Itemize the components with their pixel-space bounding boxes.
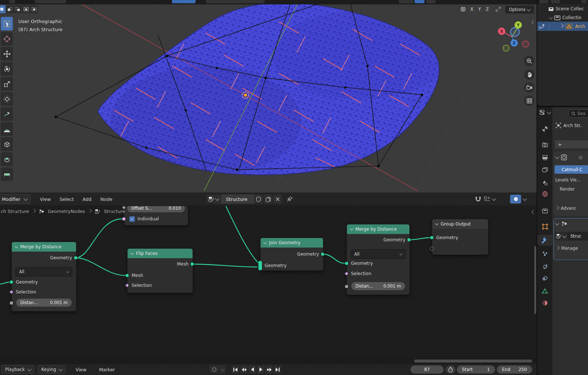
tab-particles[interactable] <box>537 248 552 259</box>
pin-icon[interactable] <box>287 196 293 202</box>
node-tree-type-button[interactable] <box>206 194 221 204</box>
tool-inset[interactable] <box>1 167 13 181</box>
manage-expand-icon[interactable] <box>555 246 559 250</box>
overlays-toggle[interactable] <box>510 195 521 203</box>
node-join-geometry[interactable]: Join Geometry Geometry Geometry <box>260 238 323 271</box>
node-tree-selector-button[interactable] <box>555 232 567 241</box>
socket-individual-input[interactable] <box>122 217 126 221</box>
menu-view[interactable]: View <box>36 196 55 202</box>
select-invert-button[interactable] <box>22 5 30 13</box>
tab-object-data[interactable] <box>537 285 552 296</box>
merge-mode-dropdown[interactable]: All <box>351 249 406 259</box>
menu-view-timeline[interactable]: View <box>71 367 91 372</box>
tab-world[interactable] <box>537 188 552 199</box>
tool-select-box[interactable] <box>1 17 13 30</box>
breadcrumb-leaf[interactable]: Structure <box>104 209 125 214</box>
timeline[interactable]: Playback Keying View Marker <box>0 358 537 375</box>
node-merge-by-distance-right[interactable]: Merge by Distance Geometry All Geometry … <box>347 224 410 295</box>
manage-label[interactable]: Manage <box>561 246 578 251</box>
play-button[interactable] <box>257 365 265 374</box>
prev-frame-button[interactable] <box>248 365 256 374</box>
editor-mode-dropdown[interactable]: Modifier <box>0 194 31 204</box>
menu-select[interactable]: Select <box>55 196 78 202</box>
outliner-row-scene[interactable]: Scene Collec <box>537 5 588 13</box>
timeline-tracks[interactable] <box>0 358 537 364</box>
tool-cursor[interactable] <box>1 32 13 46</box>
breadcrumb-root[interactable]: ch Structure <box>1 209 29 214</box>
autokey-record-icon[interactable] <box>209 365 219 374</box>
next-keyframe-button[interactable] <box>265 365 273 374</box>
select-subtract-button[interactable] <box>14 5 22 13</box>
socket-flip-mesh[interactable] <box>125 274 129 278</box>
tab-object[interactable] <box>537 221 552 232</box>
grid-view-icon[interactable] <box>524 95 534 106</box>
properties-type-button[interactable] <box>539 109 551 115</box>
socket-group-output-geometry[interactable] <box>430 236 434 240</box>
menu-add[interactable]: Add <box>78 196 96 202</box>
menu-node[interactable]: Node <box>96 196 117 202</box>
tab-tool[interactable] <box>537 123 552 134</box>
socket-join-out[interactable] <box>321 252 325 256</box>
socket-merge-right-out[interactable] <box>407 238 411 242</box>
tab-physics[interactable] <box>537 261 552 272</box>
snap-magnet-icon[interactable] <box>475 196 481 202</box>
geometry-nodes-modifier-panel[interactable]: Struc Manage <box>553 218 588 260</box>
fake-user-shield-icon[interactable] <box>254 194 263 204</box>
tool-extrude[interactable] <box>1 152 13 166</box>
gizmo-z-view[interactable] <box>510 28 519 36</box>
navigation-gizmo[interactable]: X Y Z <box>489 17 533 53</box>
menu-marker[interactable]: Marker <box>95 367 119 372</box>
mirror-y-button[interactable]: Y <box>476 5 483 13</box>
advanced-label[interactable]: Advanc <box>561 206 576 211</box>
tab-render[interactable] <box>537 139 552 150</box>
zoom-icon[interactable] <box>524 56 534 66</box>
tab-material[interactable] <box>537 298 552 309</box>
current-frame-field[interactable]: 87 <box>410 365 444 374</box>
properties-editor[interactable]: Sea Arch Str.. + Catmull-C Levels Vie...… <box>537 107 588 375</box>
socket-merge-right-geometry[interactable] <box>345 262 349 266</box>
proportional-edit-icon[interactable] <box>494 5 503 13</box>
start-frame-field[interactable]: Start 1 <box>457 365 495 374</box>
node-flip-faces[interactable]: Flip Faces Mesh Mesh Selection <box>127 248 193 293</box>
socket-join-multi-input[interactable] <box>258 260 262 271</box>
overlays-dropdown-icon[interactable] <box>523 196 527 201</box>
socket-merge-left-geometry[interactable] <box>10 280 14 284</box>
subdivision-modifier-panel[interactable]: Catmull-C Levels Vie... Render Advanc <box>553 151 588 216</box>
socket-merge-left-out[interactable] <box>74 256 78 260</box>
viewport-3d[interactable]: User Orthographic (87) Arch Structure X … <box>0 0 537 192</box>
socket-virtual[interactable] <box>430 247 434 251</box>
options-dropdown[interactable]: Options <box>505 5 534 14</box>
select-intersect-button[interactable] <box>30 5 38 13</box>
unlink-x-icon[interactable] <box>273 194 283 204</box>
display-toggle-icon-cut[interactable] <box>579 156 582 159</box>
mode-toggle-cut[interactable] <box>172 0 196 3</box>
xray-toggle-cut[interactable] <box>415 0 424 3</box>
breadcrumb-middle[interactable]: GeometryNodes <box>48 209 85 214</box>
mirror-z-button[interactable]: Z <box>484 5 491 13</box>
prev-keyframe-button[interactable] <box>240 365 248 374</box>
node-sidebar-collapse-icon[interactable] <box>531 210 535 214</box>
distance-field[interactable]: Distan... 0.001 m <box>16 299 72 307</box>
snap-target-icon[interactable] <box>484 196 490 202</box>
timeline-hscrollbar[interactable] <box>414 360 532 363</box>
tool-measure[interactable] <box>1 122 13 136</box>
select-set-button[interactable] <box>0 5 6 13</box>
node-tree-name-field[interactable]: Struc <box>567 232 588 241</box>
node-merge-by-distance-left[interactable]: Merge by Distance Geometry All Geometry … <box>11 242 76 311</box>
end-frame-field[interactable]: End 250 <box>497 365 532 374</box>
socket-merge-left-distance[interactable] <box>10 301 14 305</box>
snap-dropdown-icon[interactable] <box>492 196 496 201</box>
tool-annotate[interactable] <box>1 107 13 121</box>
autokey-dropdown-icon[interactable] <box>220 365 226 374</box>
jump-to-end-button[interactable] <box>274 365 282 374</box>
tab-view-layer[interactable] <box>537 164 552 175</box>
select-extend-button[interactable] <box>6 5 14 13</box>
search-input[interactable]: Sea <box>568 109 588 118</box>
merge-mode-dropdown[interactable]: All <box>15 267 72 277</box>
node-tree-name-field[interactable]: Structure <box>221 194 254 204</box>
distance-field[interactable]: Distan... 0.001 m <box>351 282 405 290</box>
gizmo-x-neg[interactable] <box>523 41 529 47</box>
gizmo-y-neg[interactable] <box>503 45 509 51</box>
panel-expand-icon[interactable] <box>555 155 559 159</box>
keying-dropdown[interactable]: Keying <box>38 365 66 374</box>
